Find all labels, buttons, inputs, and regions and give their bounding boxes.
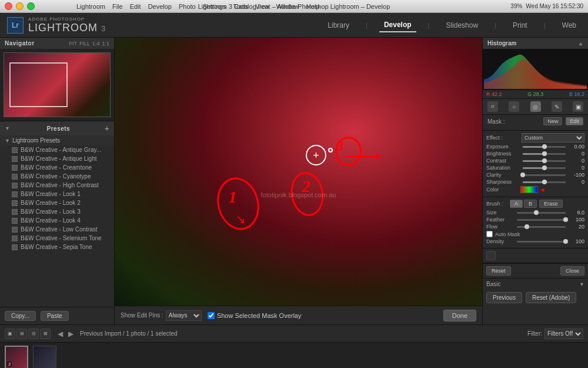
flow-thumb[interactable] [524,224,529,229]
menu-help[interactable]: Help [306,3,320,10]
brush-tool-icon[interactable]: ✎ [552,101,562,112]
spot-heal-tool-icon[interactable]: ○ [509,101,519,112]
tab-print[interactable]: Print [508,19,532,32]
close-button[interactable] [5,2,12,10]
menu-settings[interactable]: Settings [203,3,226,10]
show-mask-toggle[interactable]: Show Selected Mask Overlay [208,312,302,319]
fit-label[interactable]: FIT [69,41,77,47]
presets-add-button[interactable]: + [105,124,109,133]
menu-photo[interactable]: Photo [179,3,196,10]
erase-button[interactable]: Erase [539,200,563,208]
menubar[interactable]: Lightroom File Edit Develop Photo Settin… [76,3,320,10]
close-panel-button[interactable]: Close [560,266,584,276]
presets-header[interactable]: ▼ Presets + [0,121,114,135]
prev-arrow-icon[interactable]: ◀ [55,329,65,339]
brush-buttons[interactable]: A B [510,200,537,208]
view-grid-icon[interactable]: ⊞ [16,329,27,339]
fill-label[interactable]: FILL [79,41,90,47]
minimize-button[interactable] [16,2,24,10]
done-button[interactable]: Done [443,310,476,321]
zoom-11[interactable]: 1:1 [102,41,109,47]
filmstrip-thumb-1[interactable]: 2 [5,346,28,369]
previous-button[interactable]: Previous [486,292,522,303]
maximize-button[interactable] [27,2,35,10]
navigator-controls[interactable]: FIT FILL 1:4 1:1 [69,41,109,47]
list-item[interactable]: B&W Creative - Look 4 [0,216,114,225]
menu-lightroom[interactable]: Lightroom [76,3,105,10]
contrast-thumb[interactable] [542,158,547,163]
list-item[interactable]: B&W Creative - Cyanotype [0,172,114,181]
crop-tool-icon[interactable]: ⌗ [487,101,498,112]
effect-select[interactable]: Custom [522,133,584,142]
brush-a-button[interactable]: A [510,200,523,208]
list-item[interactable]: B&W Creative - High Contrast [0,181,114,190]
tab-slideshow[interactable]: Slideshow [441,19,483,32]
view-survey-icon[interactable]: ⊠ [40,329,51,339]
menu-window[interactable]: Window [276,3,299,10]
view-buttons[interactable]: ▣ ⊞ ⊟ ⊠ [5,329,51,339]
show-mask-checkbox[interactable] [208,312,215,319]
list-item[interactable]: B&W Creative - Sepia Tone [0,243,114,251]
menu-develop[interactable]: Develop [148,3,172,10]
density-track[interactable] [517,241,566,243]
menu-file[interactable]: File [112,3,123,10]
feather-thumb[interactable] [563,217,568,222]
list-item[interactable]: B&W Creative - Creamtone [0,163,114,172]
tool-icons-bar[interactable]: ⌗ ○ ◎ ✎ ▣ [483,99,588,115]
view-single-icon[interactable]: ▣ [5,329,15,339]
brush-b-button[interactable]: B [524,200,537,208]
saturation-thumb[interactable] [542,165,547,170]
list-item[interactable]: B&W Creative - Look 1 [0,190,114,198]
nav-arrows[interactable]: ◀ ▶ [55,329,75,339]
photo-area[interactable]: 1 2 + 3 ↘ fototipnik.b [115,38,482,306]
list-item[interactable]: B&W Creative - Antique Gray... [0,145,114,154]
tab-develop[interactable]: Develop [379,18,416,32]
preset-group-header[interactable]: ▼ Lightroom Presets [0,135,114,145]
brightness-track[interactable] [523,153,566,155]
brightness-thumb[interactable] [542,151,547,156]
color-swatch[interactable] [520,186,538,193]
list-item[interactable]: B&W Creative - Antique Light [0,154,114,163]
zoom-14[interactable]: 1:4 [92,41,100,47]
exposure-track[interactable] [523,146,566,148]
reset-adobe-button[interactable]: Reset (Adobe) [526,292,576,303]
saturation-track[interactable] [523,167,566,169]
menu-tools[interactable]: Tools [233,3,248,10]
exposure-thumb[interactable] [542,144,547,149]
paste-button[interactable]: Paste [41,311,69,321]
list-item[interactable]: B&W Creative - Selenium Tone [0,234,114,243]
automask-row[interactable]: Auto Mask [486,231,584,237]
panel-icon-1[interactable] [486,251,496,260]
flow-track[interactable] [517,226,566,228]
tab-library[interactable]: Library [323,19,354,32]
list-item[interactable]: B&W Creative - Look 2 [0,198,114,207]
size-thumb[interactable] [534,210,539,215]
sharpness-thumb[interactable] [542,180,547,184]
gradient-tool-icon[interactable]: ▣ [573,101,583,112]
density-thumb[interactable] [563,239,568,244]
new-mask-button[interactable]: New [543,117,562,125]
feather-track[interactable] [517,219,566,221]
nav-tabs[interactable]: Library | Develop | Slideshow | Print | … [323,18,581,32]
navigator-header[interactable]: Navigator FIT FILL 1:4 1:1 [0,38,114,49]
size-track[interactable] [517,212,566,214]
copy-button[interactable]: Copy... [5,311,36,321]
filter-select[interactable]: Filters Off [544,329,583,339]
window-controls[interactable] [5,2,35,10]
basic-section-header[interactable]: Basic ▼ [483,278,588,290]
menu-edit[interactable]: Edit [130,3,141,10]
contrast-track[interactable] [523,160,566,162]
navigator-thumb[interactable] [4,52,111,117]
reset-button[interactable]: Reset [486,266,511,276]
next-arrow-icon[interactable]: ▶ [66,329,75,339]
tab-web[interactable]: Web [557,19,581,32]
list-item[interactable]: B&W Creative - Look 3 [0,207,114,216]
clarity-thumb[interactable] [520,173,525,177]
redeye-tool-icon[interactable]: ◎ [530,101,541,112]
histogram-header[interactable]: Histogram ▲ [483,38,588,49]
automask-checkbox[interactable] [486,231,493,237]
sharpness-track[interactable] [523,181,566,183]
edit-mask-button[interactable]: Edit [566,117,583,125]
menu-view[interactable]: View [255,3,269,10]
edit-pins-select[interactable]: Always Never Selected [166,310,202,321]
